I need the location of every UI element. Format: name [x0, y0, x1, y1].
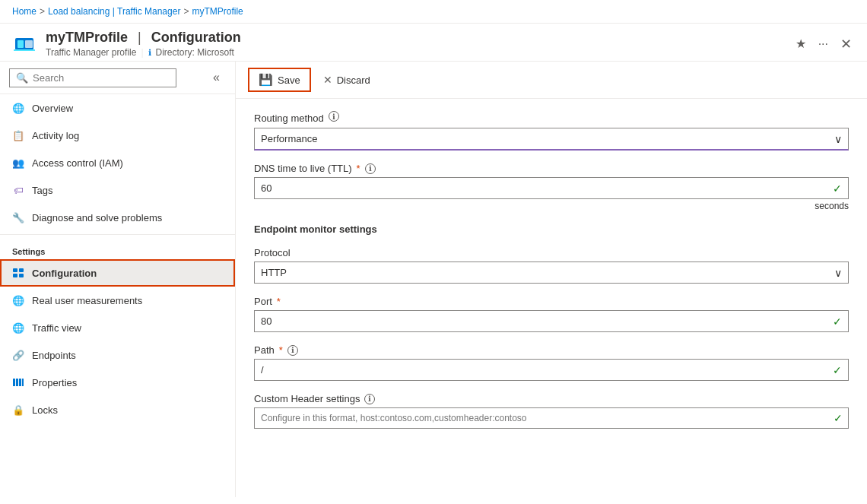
sidebar-item-tags[interactable]: 🏷 Tags	[0, 176, 235, 204]
iam-icon: 👥	[12, 157, 24, 169]
favorite-button[interactable]: ★	[792, 33, 809, 54]
routing-method-select[interactable]: Performance Priority Weighted Geographic…	[255, 128, 848, 149]
tag-icon: 🏷	[12, 184, 24, 196]
svg-rect-9	[16, 379, 18, 386]
svg-rect-8	[13, 379, 15, 386]
path-info-icon: ℹ	[287, 345, 298, 356]
save-button[interactable]: 💾 Save	[248, 68, 311, 92]
protocol-field: Protocol HTTP HTTPS TCP ∨	[254, 247, 849, 284]
endpoint-monitor-title: Endpoint monitor settings	[254, 223, 849, 235]
svg-rect-1	[17, 40, 24, 48]
port-valid-icon: ✓	[833, 315, 842, 328]
port-input-wrap[interactable]: ✓	[254, 310, 849, 332]
sidebar-item-traffic-view[interactable]: 🌐 Traffic view	[0, 314, 235, 341]
sidebar-nav: 🌐 Overview 📋 Activity log 👥 Access contr…	[0, 94, 235, 497]
sidebar-item-iam[interactable]: 👥 Access control (IAM)	[0, 149, 235, 176]
content-area: 💾 Save ✕ Discard Routing method ℹ Perfor…	[236, 62, 867, 497]
search-icon: 🔍	[16, 72, 28, 84]
path-input[interactable]	[255, 360, 848, 380]
sidebar-item-activity-log[interactable]: 📋 Activity log	[0, 122, 235, 149]
discard-button[interactable]: ✕ Discard	[314, 70, 380, 90]
search-input-wrap[interactable]: 🔍	[9, 68, 176, 87]
routing-method-field: Routing method ℹ Performance Priority We…	[254, 111, 849, 151]
svg-rect-5	[19, 268, 24, 272]
page-header: myTMProfile | Configuration Traffic Mana…	[0, 24, 867, 62]
breadcrumb: Home > Load balancing | Traffic Manager …	[0, 0, 867, 24]
sidebar-item-endpoints[interactable]: 🔗 Endpoints	[0, 341, 235, 369]
path-field: Path * ℹ ✓	[254, 344, 849, 381]
configuration-form: Routing method ℹ Performance Priority We…	[236, 99, 867, 453]
settings-section-label: Settings	[0, 238, 235, 259]
sidebar-item-properties[interactable]: Properties	[0, 369, 235, 396]
endpoint-monitor-section: Endpoint monitor settings	[254, 223, 849, 235]
breadcrumb-home[interactable]: Home	[12, 6, 37, 17]
close-button[interactable]: ✕	[837, 33, 855, 55]
save-icon: 💾	[259, 73, 273, 87]
rum-icon: 🌐	[12, 294, 24, 306]
custom-header-field: Custom Header settings ℹ ✓	[254, 393, 849, 429]
toolbar: 💾 Save ✕ Discard	[236, 62, 867, 99]
page-title: myTMProfile | Configuration	[46, 30, 241, 46]
dns-ttl-hint: seconds	[254, 201, 849, 211]
port-field: Port * ✓	[254, 296, 849, 332]
traffic-view-icon: 🌐	[12, 322, 24, 334]
config-icon	[12, 267, 24, 279]
routing-method-select-wrap[interactable]: Performance Priority Weighted Geographic…	[254, 128, 849, 151]
custom-header-input[interactable]	[254, 407, 849, 429]
routing-method-info-icon: ℹ	[329, 111, 339, 122]
protocol-select-wrap[interactable]: HTTP HTTPS TCP ∨	[254, 262, 849, 284]
path-valid-icon: ✓	[833, 364, 842, 376]
sidebar-item-configuration[interactable]: Configuration	[0, 259, 235, 287]
sidebar: 🔍 « 🌐 Overview 📋 Activity log 👥 Access c…	[0, 62, 236, 497]
path-input-wrap[interactable]: ✓	[254, 359, 849, 381]
main-layout: 🔍 « 🌐 Overview 📋 Activity log 👥 Access c…	[0, 62, 867, 497]
dns-ttl-field: DNS time to live (TTL) * ℹ ✓ seconds	[254, 163, 849, 211]
svg-rect-2	[25, 40, 33, 48]
svg-rect-11	[22, 379, 24, 386]
lock-icon: 🔒	[12, 404, 24, 416]
search-bar: 🔍 «	[0, 62, 235, 94]
svg-rect-7	[19, 274, 24, 277]
dns-ttl-info-icon: ℹ	[365, 163, 376, 174]
properties-icon	[12, 376, 24, 388]
diagnose-icon: 🔧	[12, 211, 24, 223]
collapse-sidebar-button[interactable]: «	[207, 68, 226, 87]
breadcrumb-profile[interactable]: myTMProfile	[192, 6, 243, 17]
breadcrumb-loadbalancing[interactable]: Load balancing | Traffic Manager	[48, 6, 180, 17]
port-input[interactable]	[255, 311, 848, 331]
sidebar-item-diagnose[interactable]: 🔧 Diagnose and solve problems	[0, 204, 235, 231]
more-options-button[interactable]: ···	[815, 34, 831, 54]
dns-ttl-valid-icon: ✓	[833, 182, 842, 195]
svg-rect-4	[13, 268, 17, 272]
dns-ttl-input[interactable]	[255, 178, 848, 198]
protocol-select[interactable]: HTTP HTTPS TCP	[255, 262, 848, 283]
globe-icon: 🌐	[12, 102, 24, 114]
custom-header-valid-icon: ✓	[834, 412, 843, 424]
directory-info-icon: ℹ	[148, 48, 151, 58]
activity-log-icon: 📋	[12, 129, 24, 141]
custom-header-info-icon: ℹ	[364, 394, 375, 404]
svg-rect-6	[13, 274, 17, 277]
svg-rect-10	[19, 379, 21, 386]
sidebar-item-real-user[interactable]: 🌐 Real user measurements	[0, 287, 235, 314]
sidebar-item-overview[interactable]: 🌐 Overview	[0, 94, 235, 122]
endpoint-icon: 🔗	[12, 349, 24, 361]
dns-ttl-input-wrap[interactable]: ✓	[254, 177, 849, 199]
search-input[interactable]	[33, 72, 170, 84]
sidebar-item-locks[interactable]: 🔒 Locks	[0, 396, 235, 423]
discard-icon: ✕	[323, 74, 332, 86]
resource-icon	[12, 32, 37, 56]
